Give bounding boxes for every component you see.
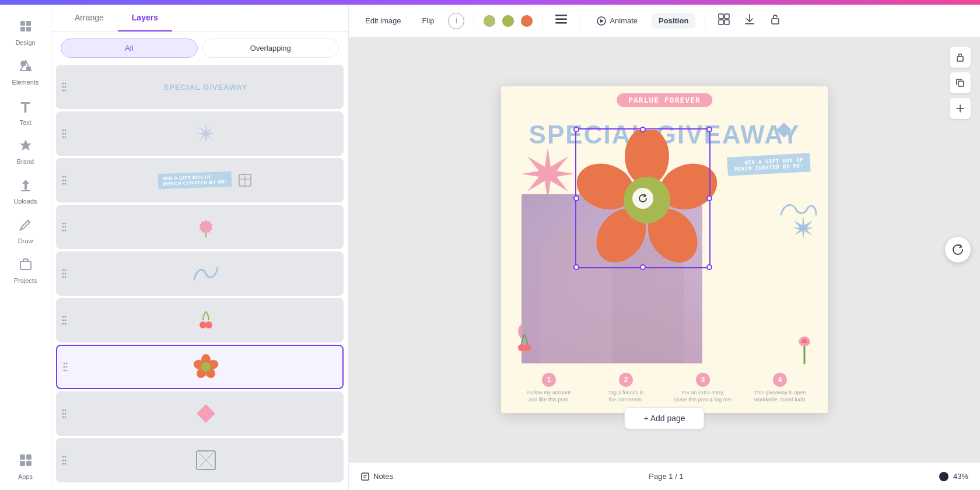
drag-handle[interactable]	[61, 221, 68, 233]
unlock-canvas-button[interactable]	[950, 47, 971, 68]
svg-point-13	[62, 83, 64, 85]
sidebar-item-uploads[interactable]: Uploads	[5, 173, 47, 210]
svg-rect-108	[362, 473, 369, 480]
svg-point-24	[65, 136, 66, 138]
grid-icon[interactable]	[715, 10, 733, 32]
svg-point-78	[62, 463, 64, 465]
sidebar-item-apps[interactable]: Apps	[5, 448, 47, 485]
layers-list: SPECIAL GIVEAWAY WIN A GIFT BOX OFMERCH …	[51, 65, 348, 490]
svg-point-28	[65, 180, 66, 181]
layer-item-selected[interactable]	[56, 345, 344, 389]
steps-row: 1 Follow my accountand like this post. 2…	[501, 373, 828, 404]
svg-point-107	[524, 344, 531, 351]
notes-button[interactable]: Notes	[360, 472, 393, 481]
layer-item[interactable]	[56, 111, 344, 156]
copy-canvas-button[interactable]	[950, 72, 971, 93]
toolbar-divider	[580, 13, 580, 29]
position-button[interactable]: Position	[652, 13, 695, 29]
svg-point-68	[62, 410, 64, 411]
layer-item[interactable]	[56, 391, 344, 436]
sidebar-label-brand: Brand	[17, 158, 34, 165]
sidebar-label-elements: Elements	[12, 79, 39, 86]
svg-point-40	[204, 225, 208, 229]
menu-icon[interactable]	[552, 11, 570, 30]
svg-point-27	[62, 180, 64, 181]
svg-point-50	[62, 320, 64, 321]
drag-handle[interactable]	[61, 268, 68, 279]
edit-image-button[interactable]: Edit image	[358, 13, 408, 29]
tab-arrange[interactable]: Arrange	[61, 5, 118, 32]
sidebar-item-elements[interactable]: Elements	[5, 54, 47, 91]
color-swatch-2[interactable]	[502, 15, 514, 27]
flip-button[interactable]: Flip	[415, 13, 441, 29]
svg-point-58	[64, 366, 65, 368]
drag-handle[interactable]	[61, 454, 68, 466]
svg-point-104	[624, 177, 670, 223]
svg-point-46	[62, 276, 64, 278]
svg-point-72	[62, 416, 64, 418]
drag-handle[interactable]	[61, 408, 68, 419]
download-icon[interactable]	[740, 10, 759, 32]
layer-item[interactable]: SPECIAL GIVEAWAY	[56, 65, 344, 109]
sidebar-item-brand[interactable]: Brand	[5, 133, 47, 170]
svg-point-69	[65, 410, 66, 411]
svg-point-36	[62, 226, 64, 228]
filter-all[interactable]: All	[61, 38, 198, 58]
svg-rect-91	[724, 20, 729, 24]
unlock-icon[interactable]	[766, 10, 785, 32]
zoom-dot	[939, 472, 949, 481]
sidebar-label-apps: Apps	[18, 473, 33, 480]
orange-flower[interactable]	[577, 130, 717, 270]
text-icon: T	[21, 99, 30, 117]
top-toolbar: Edit image Flip i Animate Position	[349, 5, 980, 37]
add-canvas-button[interactable]	[950, 98, 971, 119]
design-canvas: PARLUE FOREVER SPECIAL GIVEAWAY WIN A GI…	[501, 86, 828, 413]
layer-item[interactable]: WIN A GIFT BOX OFMERCH CURATED BY ME!	[56, 158, 344, 202]
layer-item[interactable]	[56, 205, 344, 249]
color-swatch-3[interactable]	[521, 15, 533, 27]
layer-item[interactable]	[56, 298, 344, 342]
toolbar-divider	[542, 13, 542, 29]
layer-item[interactable]	[56, 438, 344, 482]
svg-rect-8	[20, 261, 31, 270]
left-sidebar: Design Elements T Text Brand U	[0, 5, 51, 490]
svg-point-57	[66, 363, 68, 365]
svg-point-34	[62, 223, 64, 225]
svg-point-37	[65, 226, 66, 228]
sidebar-item-draw[interactable]: Draw	[5, 212, 47, 250]
drag-handle[interactable]	[61, 174, 68, 186]
svg-rect-94	[957, 57, 963, 61]
drag-handle[interactable]	[61, 81, 68, 93]
info-button[interactable]: i	[448, 13, 464, 29]
step-num-2: 2	[619, 373, 633, 387]
layer-preview	[72, 309, 339, 332]
svg-rect-84	[555, 15, 567, 16]
sidebar-item-design[interactable]: Design	[5, 14, 47, 51]
layer-item[interactable]	[56, 251, 344, 296]
bottom-bar: Notes Page 1 / 1 43%	[349, 462, 980, 490]
animate-button[interactable]: Animate	[590, 13, 645, 29]
design-icon	[19, 19, 33, 37]
elements-icon	[19, 59, 33, 76]
svg-point-76	[62, 460, 64, 461]
svg-point-21	[62, 133, 64, 135]
sidebar-item-text[interactable]: T Text	[5, 93, 47, 131]
draw-icon	[19, 218, 33, 235]
drag-handle[interactable]	[62, 361, 69, 373]
svg-point-48	[62, 316, 64, 318]
filter-overlapping[interactable]: Overlapping	[202, 38, 340, 58]
svg-rect-88	[719, 14, 723, 19]
sidebar-item-projects[interactable]: Projects	[5, 252, 47, 289]
main-area: Edit image Flip i Animate Position	[349, 5, 980, 490]
step-text-3: For an extra entry,share this post & tag…	[674, 389, 732, 404]
step-num-3: 3	[696, 373, 710, 387]
svg-point-52	[62, 323, 64, 325]
drag-handle[interactable]	[61, 128, 68, 139]
color-swatch-1[interactable]	[484, 15, 495, 27]
drag-handle[interactable]	[61, 314, 68, 326]
rotate-button[interactable]	[945, 237, 971, 262]
step-num-1: 1	[542, 373, 556, 387]
add-page-button[interactable]: + Add page	[624, 407, 704, 429]
svg-point-35	[65, 223, 66, 225]
tab-layers[interactable]: Layers	[118, 5, 172, 32]
